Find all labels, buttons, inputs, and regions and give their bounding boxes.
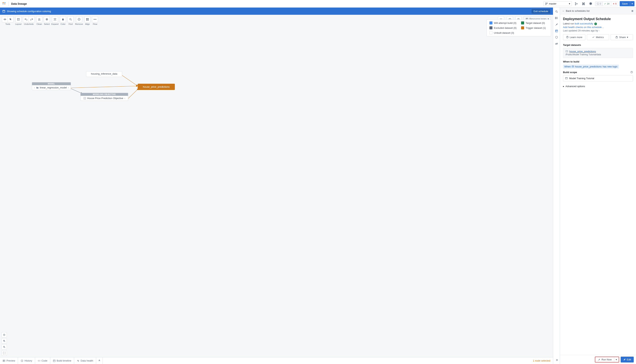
build-scope-header: Build scope (563, 71, 633, 74)
svg-point-8 (575, 4, 576, 5)
node-housing-inference[interactable]: housing_inference_data (86, 71, 122, 77)
svg-point-44 (4, 334, 5, 336)
branch-selector[interactable]: master ▾ (543, 1, 572, 6)
target-dataset-name[interactable]: house_price_predictions (569, 50, 596, 53)
dataset-icon (565, 50, 568, 53)
svg-line-39 (122, 76, 138, 86)
chevron-left-icon[interactable]: ‹ (34, 86, 35, 89)
target-dataset-path: /Public/Model Training Tutorial/data (565, 53, 630, 56)
pause-icon[interactable] (631, 10, 634, 12)
badge-refresh[interactable]: 0 (595, 2, 603, 6)
canvas: Showing schedule configuration coloring … (0, 8, 553, 364)
svg-rect-3 (4, 4, 6, 4)
svg-rect-56 (556, 31, 556, 32)
badge-fail[interactable]: ✕ 6 (611, 2, 618, 6)
svg-point-52 (555, 17, 556, 18)
rail-health-icon[interactable] (554, 34, 559, 40)
back-link[interactable]: ← Back to schedules list (562, 10, 589, 12)
lineage-graph[interactable]: housing_inference_data MODEL ‹ linear_re… (0, 8, 553, 364)
caret-down-icon: ▾ (627, 36, 628, 39)
rail-search-icon[interactable] (554, 9, 559, 14)
save-dropdown[interactable]: ▾ (630, 1, 634, 6)
zoom-out-button[interactable] (2, 344, 7, 350)
run-now-button[interactable]: Run Now (595, 357, 614, 362)
svg-point-45 (4, 335, 4, 335)
branch-name: master (549, 2, 557, 5)
svg-rect-58 (632, 10, 633, 12)
schedule-panel: ← Back to schedules list Deployment Outp… (560, 8, 636, 364)
metrics-button[interactable]: Metrics (587, 34, 609, 40)
project-icon (565, 77, 568, 80)
svg-point-6 (547, 3, 547, 4)
settings-icon[interactable] (588, 1, 593, 7)
last-updated: Last updated 29 minutes ago by - (563, 29, 633, 32)
node-predictions[interactable]: house_price_predictions (138, 84, 175, 90)
svg-point-9 (577, 4, 577, 4)
trigger-chip[interactable]: When house_price_predictions has new log… (563, 64, 619, 68)
rail-collapse-icon[interactable] (554, 357, 559, 363)
svg-rect-1 (4, 2, 6, 3)
svg-rect-64 (565, 78, 568, 79)
dataset-icon (572, 65, 574, 68)
edit-button[interactable]: Edit (621, 356, 634, 362)
rail-schedule-icon[interactable] (554, 28, 559, 34)
save-button-group: Save ▾ (620, 1, 634, 6)
svg-rect-55 (555, 30, 558, 32)
rail-compare-icon[interactable] (554, 41, 559, 46)
zoom-controls (2, 332, 7, 356)
badge-pass[interactable]: ✓ 14 (603, 2, 611, 6)
node-model[interactable]: MODEL ‹ linear_regression_model › (32, 82, 71, 90)
side-rail (553, 8, 560, 364)
health-checks-link[interactable]: Add health checks on this schedule… (563, 26, 604, 28)
folder-icon (36, 86, 39, 89)
svg-point-4 (545, 3, 546, 4)
svg-point-51 (556, 10, 557, 12)
chevron-right-icon[interactable]: › (68, 86, 69, 89)
caret-right-icon: ▸ (563, 85, 564, 88)
advanced-options[interactable]: ▸ Advanced options (563, 85, 633, 88)
check-icon: ✓ (604, 2, 606, 5)
node-header: MODEL (32, 82, 71, 85)
schedule-title: Deployment Output Schedule (563, 17, 633, 21)
help-icon[interactable] (630, 71, 633, 74)
status-badges: 0 ✓ 14 ✕ 6 (595, 2, 618, 6)
svg-rect-2 (3, 4, 4, 4)
svg-rect-62 (572, 66, 574, 67)
arrow-left-icon: ← (562, 10, 565, 12)
svg-rect-0 (3, 2, 4, 3)
branch-icon[interactable] (573, 1, 579, 7)
success-check-icon: ✓ (594, 22, 597, 25)
node-header: MODELING OBJECTIVE (81, 93, 128, 96)
app-logo (2, 1, 7, 6)
page-title: Data lineage (11, 2, 27, 5)
built-successfully-link[interactable]: built successfully (575, 22, 593, 25)
share-button[interactable]: Share ▾ (610, 34, 633, 40)
svg-point-7 (575, 2, 576, 3)
svg-point-54 (555, 18, 556, 19)
run-now-dropdown[interactable]: ▾ (614, 357, 619, 362)
zoom-fit-button[interactable] (2, 332, 7, 338)
target-dataset-box[interactable]: house_price_predictions /Public/Model Tr… (563, 48, 633, 58)
save-button[interactable]: Save (620, 1, 630, 6)
rail-build-icon[interactable] (554, 22, 559, 27)
svg-rect-57 (632, 10, 632, 12)
svg-rect-61 (566, 50, 568, 52)
header: Data lineage master ▾ 0 ✓ 14 ✕ (0, 0, 636, 8)
node-objective[interactable]: MODELING OBJECTIVE House Price Predictio… (80, 93, 128, 101)
svg-point-53 (555, 18, 556, 18)
zoom-extent-button[interactable] (2, 350, 7, 356)
zoom-in-button[interactable] (2, 338, 7, 344)
svg-line-40 (71, 86, 138, 88)
learn-more-button[interactable]: Learn more (563, 34, 585, 40)
target-datasets-header: Target datasets (563, 44, 633, 46)
latest-run: Latest run built successfully ✓ (563, 22, 633, 25)
run-now-group: Run Now ▾ (595, 356, 619, 362)
rail-list-icon[interactable] (554, 15, 559, 21)
build-scope-box[interactable]: Model Training Tutorial (563, 75, 633, 82)
svg-line-42 (128, 89, 138, 98)
when-to-build-header: When to build (563, 60, 633, 63)
x-icon: ✕ (613, 2, 614, 5)
keyboard-shortcuts-icon[interactable] (581, 1, 586, 7)
chevron-right-icon[interactable]: › (124, 97, 125, 100)
caret-down-icon: ▾ (569, 2, 570, 5)
